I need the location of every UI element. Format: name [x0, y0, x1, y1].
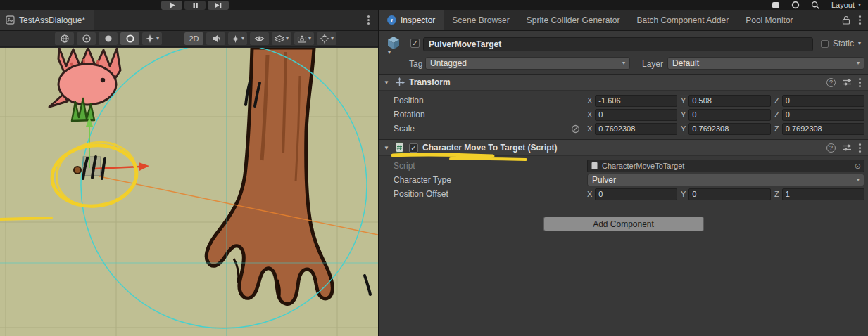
- character-type-label: Character Type: [394, 175, 587, 185]
- layers-dropdown-button[interactable]: ▾: [272, 32, 291, 45]
- script-icon: [394, 142, 405, 153]
- services-icon[interactable]: [772, 1, 780, 9]
- scale-x-field[interactable]: 0.7692308: [595, 123, 677, 135]
- presets-icon[interactable]: [843, 143, 852, 152]
- tab-label: Sprite Collider Generator: [527, 15, 620, 25]
- scene-viewport[interactable]: [0, 48, 378, 336]
- inspector-menu-kebab-icon[interactable]: [859, 19, 861, 21]
- mode-2d-label: 2D: [189, 34, 199, 43]
- static-caret-icon[interactable]: ▾: [858, 41, 861, 46]
- object-picker-icon[interactable]: ⊙: [855, 162, 861, 171]
- pause-button[interactable]: [184, 1, 206, 10]
- chevron-down-icon: ▾: [308, 36, 311, 41]
- position-z-field[interactable]: 0: [782, 95, 864, 107]
- move-script-component: ▼ ✓ Character Move To Target (Script) ?: [379, 139, 868, 205]
- eye-icon: [254, 34, 265, 43]
- globe-icon: [60, 34, 70, 44]
- offset-x-field[interactable]: 0: [595, 188, 677, 200]
- active-checkbox[interactable]: ✓: [410, 39, 420, 48]
- rotation-x-field[interactable]: 0: [595, 109, 677, 121]
- axis-y-label: Y: [681, 96, 686, 105]
- rotation-z-field[interactable]: 0: [782, 109, 864, 121]
- position-offset-label: Position Offset: [394, 189, 587, 199]
- axis-x-label: X: [587, 110, 592, 119]
- axis-z-label: Z: [774, 110, 779, 119]
- script-enabled-checkbox[interactable]: ✓: [409, 143, 418, 153]
- search-icon[interactable]: [811, 1, 820, 10]
- axis-z-label: Z: [774, 124, 779, 133]
- help-icon[interactable]: ?: [826, 78, 836, 87]
- tag-dropdown[interactable]: Untagged ▾: [425, 57, 630, 70]
- tab-sprite-collider-generator[interactable]: Sprite Collider Generator: [518, 10, 629, 30]
- account-icon[interactable]: [791, 1, 800, 9]
- audio-toggle-button[interactable]: [206, 32, 225, 45]
- scale-z-field[interactable]: 0.7692308: [782, 123, 864, 135]
- effects-dropdown-button[interactable]: ▾: [228, 32, 247, 45]
- icon-change-caret[interactable]: ▾: [388, 50, 391, 56]
- annotation-yellow-line: [0, 218, 51, 219]
- tab-scene[interactable]: TestAssDialogue*: [0, 10, 94, 30]
- component-menu-kebab-icon[interactable]: [859, 82, 861, 84]
- static-checkbox[interactable]: [821, 40, 829, 48]
- component-menu-kebab-icon[interactable]: [859, 147, 861, 149]
- position-row: Position X-1.606 Y0.508 Z0: [379, 93, 868, 108]
- chevron-down-icon: ▾: [286, 36, 289, 41]
- scene-asset-icon: [6, 15, 15, 25]
- effects-star-icon: [231, 34, 240, 44]
- rotation-y-field[interactable]: 0: [688, 109, 771, 121]
- gameobject-header: ▾ ✓ PulverMoveTarget Static ▾ Tag Untagg…: [379, 32, 868, 74]
- gameobject-name-field[interactable]: PulverMoveTarget: [423, 37, 813, 51]
- position-label: Position: [394, 96, 587, 105]
- script-object-field[interactable]: CharacterMoveToTarget ⊙: [587, 160, 864, 172]
- flare-dropdown-button[interactable]: ▾: [142, 32, 162, 45]
- lock-icon[interactable]: [842, 15, 850, 25]
- scale-y-field[interactable]: 0.7692308: [688, 123, 771, 135]
- foldout-icon[interactable]: ▼: [383, 145, 390, 151]
- tab-batch-component-adder[interactable]: Batch Component Adder: [628, 10, 737, 30]
- tab-label: Batch Component Adder: [636, 15, 729, 25]
- play-button[interactable]: [161, 1, 182, 10]
- gizmos-dropdown-button[interactable]: ▾: [317, 32, 336, 45]
- chevron-down-icon: ▾: [858, 2, 861, 8]
- scene-menu-kebab-icon[interactable]: [367, 19, 370, 21]
- help-icon[interactable]: ?: [826, 143, 836, 153]
- draw-mode-sphere-button[interactable]: [77, 32, 96, 45]
- presets-icon[interactable]: [843, 78, 852, 86]
- draw-mode-globe-button[interactable]: [55, 32, 74, 45]
- scene-tab-label: TestAssDialogue*: [19, 15, 85, 25]
- scale-row: Scale X0.7692308 Y0.7692308 Z0.7692308: [379, 122, 868, 136]
- visibility-button[interactable]: [250, 32, 269, 45]
- chevron-down-icon: ▾: [618, 60, 625, 66]
- constrain-proportions-icon[interactable]: [571, 124, 580, 134]
- draw-mode-ring-button[interactable]: [120, 32, 139, 45]
- chevron-down-icon: ▾: [853, 177, 860, 183]
- tab-scene-browser[interactable]: Scene Browser: [444, 10, 517, 30]
- rotation-label: Rotation: [394, 110, 587, 119]
- tab-inspector[interactable]: i Inspector: [379, 10, 444, 30]
- chevron-down-icon: ▾: [853, 60, 860, 66]
- tag-value: Untagged: [430, 58, 467, 68]
- scene-toolbar: ▾ 2D ▾ ▾: [0, 31, 378, 47]
- play-controls: [161, 1, 229, 10]
- mode-2d-button[interactable]: 2D: [184, 32, 203, 45]
- static-label: Static: [833, 39, 854, 49]
- position-x-field[interactable]: -1.606: [595, 95, 677, 107]
- layout-dropdown[interactable]: Layout ▾: [831, 1, 861, 9]
- tab-pool-monitor[interactable]: Pool Monitor: [737, 10, 801, 30]
- add-component-button[interactable]: Add Component: [543, 217, 704, 231]
- transform-title: Transform: [409, 77, 451, 87]
- offset-y-field[interactable]: 0: [688, 188, 771, 200]
- foldout-icon[interactable]: ▼: [383, 79, 390, 86]
- step-button[interactable]: [208, 1, 229, 10]
- gameobject-cube-icon[interactable]: [386, 35, 401, 51]
- position-y-field[interactable]: 0.508: [688, 95, 771, 107]
- move-script-title: Character Move To Target (Script): [422, 143, 558, 153]
- camera-dropdown-button[interactable]: ▾: [294, 32, 314, 45]
- draw-mode-filled-button[interactable]: [99, 32, 118, 45]
- character-type-dropdown[interactable]: Pulver ▾: [587, 174, 864, 186]
- offset-z-field[interactable]: 1: [782, 188, 864, 200]
- play-icon: [168, 1, 176, 9]
- layer-dropdown[interactable]: Default ▾: [667, 57, 864, 70]
- static-group: Static ▾: [821, 39, 861, 49]
- chevron-down-icon: ▾: [331, 36, 334, 41]
